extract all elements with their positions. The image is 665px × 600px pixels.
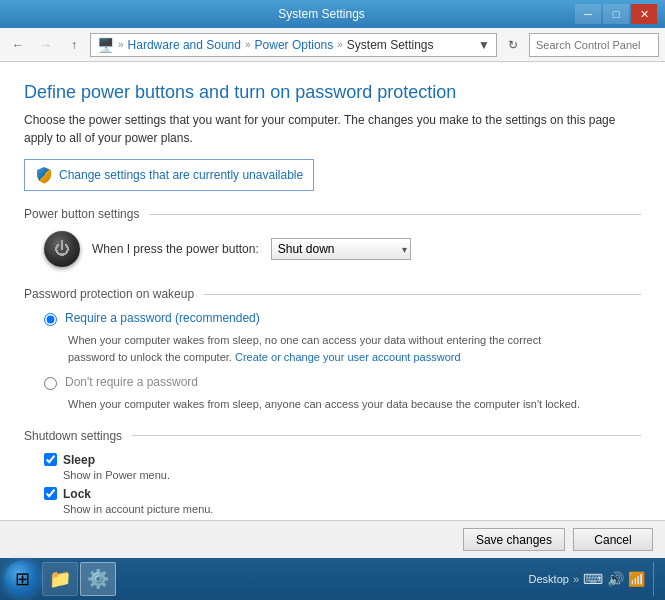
no-password-radio[interactable] bbox=[44, 377, 57, 390]
shield-uac-icon bbox=[35, 166, 53, 184]
require-desc-text1: When your computer wakes from sleep, no … bbox=[68, 334, 541, 346]
change-settings-text: Change settings that are currently unava… bbox=[59, 168, 303, 182]
power-button-text: When I press the power button: bbox=[92, 242, 259, 256]
system-tray: Desktop » ⌨ 🔊 📶 bbox=[523, 571, 651, 587]
save-changes-button[interactable]: Save changes bbox=[463, 528, 565, 551]
title-bar: System Settings ─ □ ✕ bbox=[0, 0, 665, 28]
sep3: » bbox=[337, 39, 343, 50]
maximize-button[interactable]: □ bbox=[603, 4, 629, 24]
require-password-label: Require a password (recommended) bbox=[65, 311, 260, 325]
up-button[interactable]: ↑ bbox=[62, 33, 86, 57]
shutdown-action-select[interactable]: Shut down Sleep Hibernate Do nothing Tur… bbox=[271, 238, 411, 260]
lock-checkbox-row: Lock bbox=[44, 487, 641, 501]
start-button[interactable]: ⊞ bbox=[4, 561, 40, 597]
power-button-label: Power button settings bbox=[24, 207, 139, 221]
lock-checkbox[interactable] bbox=[44, 487, 57, 500]
password-section-label: Password protection on wakeup bbox=[24, 287, 194, 301]
sleep-checkbox[interactable] bbox=[44, 453, 57, 466]
no-password-label: Don't require a password bbox=[65, 375, 198, 389]
password-section: Password protection on wakeup Require a … bbox=[24, 287, 641, 413]
show-desktop-button[interactable] bbox=[653, 562, 661, 596]
lock-label: Lock bbox=[63, 487, 91, 501]
sleep-desc: Show in Power menu. bbox=[63, 469, 641, 481]
desktop-label: Desktop bbox=[529, 573, 569, 585]
no-password-desc: When your computer wakes from sleep, any… bbox=[68, 396, 641, 413]
require-password-desc: When your computer wakes from sleep, no … bbox=[68, 332, 641, 365]
password-section-header: Password protection on wakeup bbox=[24, 287, 641, 301]
create-password-link[interactable]: Create or change your user account passw… bbox=[235, 351, 461, 363]
breadcrumb-hardware[interactable]: Hardware and Sound bbox=[128, 38, 241, 52]
taskbar-explorer[interactable]: 📁 bbox=[42, 562, 78, 596]
shutdown-section-header: Shutdown settings bbox=[24, 429, 641, 443]
sleep-label: Sleep bbox=[63, 453, 95, 467]
window-controls: ─ □ ✕ bbox=[575, 4, 657, 24]
require-desc-text2: password to unlock the computer. bbox=[68, 351, 232, 363]
breadcrumb: 🖥️ » Hardware and Sound » Power Options … bbox=[90, 33, 497, 57]
search-input[interactable] bbox=[529, 33, 659, 57]
page-title: Define power buttons and turn on passwor… bbox=[24, 82, 641, 103]
sleep-checkbox-row: Sleep bbox=[44, 453, 641, 467]
dropdown-arrow[interactable]: ▼ bbox=[478, 38, 490, 52]
window-title: System Settings bbox=[68, 7, 575, 21]
back-button[interactable]: ← bbox=[6, 33, 30, 57]
power-icon bbox=[44, 231, 80, 267]
sep2: » bbox=[245, 39, 251, 50]
main-content: Define power buttons and turn on passwor… bbox=[0, 62, 665, 542]
taskbar: ⊞ 📁 ⚙️ Desktop » ⌨ 🔊 📶 bbox=[0, 558, 665, 600]
forward-button[interactable]: → bbox=[34, 33, 58, 57]
cancel-button[interactable]: Cancel bbox=[573, 528, 653, 551]
breadcrumb-current: System Settings bbox=[347, 38, 434, 52]
network-icon[interactable]: 📶 bbox=[628, 571, 645, 587]
volume-icon[interactable]: 🔊 bbox=[607, 571, 624, 587]
require-password-option: Require a password (recommended) bbox=[44, 311, 641, 326]
sep1: » bbox=[118, 39, 124, 50]
show-desktop-arrow: » bbox=[573, 573, 579, 585]
minimize-button[interactable]: ─ bbox=[575, 4, 601, 24]
require-password-radio[interactable] bbox=[44, 313, 57, 326]
taskbar-control-panel[interactable]: ⚙️ bbox=[80, 562, 116, 596]
breadcrumb-power[interactable]: Power Options bbox=[255, 38, 334, 52]
lock-desc: Show in account picture menu. bbox=[63, 503, 641, 515]
shutdown-section-label: Shutdown settings bbox=[24, 429, 122, 443]
page-description: Choose the power settings that you want … bbox=[24, 111, 641, 147]
change-settings-link[interactable]: Change settings that are currently unava… bbox=[24, 159, 314, 191]
refresh-button[interactable]: ↻ bbox=[501, 33, 525, 57]
footer: Save changes Cancel bbox=[0, 520, 665, 558]
power-button-row: When I press the power button: Shut down… bbox=[44, 231, 641, 267]
power-button-section-header: Power button settings bbox=[24, 207, 641, 221]
shutdown-settings: Shutdown settings Sleep Show in Power me… bbox=[24, 429, 641, 515]
close-button[interactable]: ✕ bbox=[631, 4, 657, 24]
address-bar: ← → ↑ 🖥️ » Hardware and Sound » Power Op… bbox=[0, 28, 665, 62]
keyboard-icon[interactable]: ⌨ bbox=[583, 571, 603, 587]
no-password-option: Don't require a password bbox=[44, 375, 641, 390]
shutdown-select-wrapper: Shut down Sleep Hibernate Do nothing Tur… bbox=[271, 238, 411, 260]
breadcrumb-icon: 🖥️ bbox=[97, 37, 114, 53]
